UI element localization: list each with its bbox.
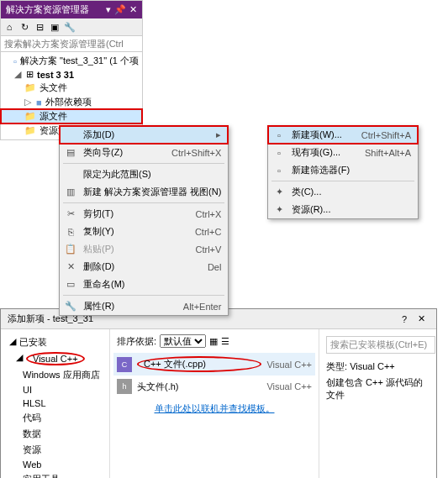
shortcut: Del xyxy=(208,262,222,272)
paste-icon: 📋 xyxy=(65,244,76,255)
description-pane: 搜索已安装模板(Ctrl+E) 类型: Visual C++ 创建包含 C++ … xyxy=(319,329,436,478)
menu-label: 新建筛选器(F) xyxy=(292,164,411,176)
sort-select[interactable]: 默认值 xyxy=(160,334,206,348)
menu-copy[interactable]: ⎘复制(Y)Ctrl+C xyxy=(60,223,228,240)
sort-label: 排序依据: xyxy=(117,335,156,348)
template-lang: Visual C++ xyxy=(266,360,312,370)
refresh-icon[interactable]: ↻ xyxy=(18,20,31,34)
node-label: 头文件 xyxy=(40,81,67,94)
online-link-row: 单击此处以联机并查找模板。 xyxy=(113,397,315,420)
external-node[interactable]: ▷■外部依赖项 xyxy=(1,95,142,109)
collapse-icon[interactable]: ⊟ xyxy=(33,20,46,34)
newitem-icon: ▫ xyxy=(273,130,285,140)
shortcut: Ctrl+Shift+A xyxy=(361,130,411,140)
template-search-input[interactable]: 搜索已安装模板(Ctrl+E) xyxy=(326,336,435,354)
menu-label: 现有项(G)... xyxy=(292,146,348,159)
menu-rename[interactable]: ▭重命名(M) xyxy=(60,276,228,293)
cat-resource[interactable]: 资源 xyxy=(4,442,106,458)
template-cpp-file[interactable]: C C++ 文件(.cpp) Visual C++ xyxy=(113,353,315,376)
cat-ui[interactable]: UI xyxy=(4,383,106,397)
source-files-node[interactable]: 📁源文件 xyxy=(1,109,142,123)
cat-utility[interactable]: 实用工具 xyxy=(4,471,106,478)
find-templates-link[interactable]: 单击此处以联机并查找模板。 xyxy=(155,403,275,413)
h-icon: h xyxy=(117,379,132,394)
ref-icon: ■ xyxy=(36,97,42,108)
cat-code[interactable]: 代码 xyxy=(4,410,106,426)
folder-icon: 📁 xyxy=(24,111,36,122)
project-icon: ⊞ xyxy=(26,69,34,80)
panel-header: 解决方案资源管理器 ▾ 📌 ✕ xyxy=(1,1,142,18)
menu-label: 限定为此范围(S) xyxy=(83,168,221,181)
dropdown-icon[interactable]: ▾ xyxy=(106,4,111,15)
menu-new-filter[interactable]: ▫新建筛选器(F) xyxy=(268,161,418,179)
existing-icon: ▫ xyxy=(273,148,285,158)
category-pane: ◢已安装 ◢Visual C++ Windows 应用商店 UI HLSL 代码… xyxy=(1,329,110,478)
add-new-item-dialog: 添加新项 - test_3_31 ? ✕ ◢已安装 ◢Visual C++ Wi… xyxy=(0,308,437,478)
node-label: 外部依赖项 xyxy=(45,96,92,108)
menu-paste[interactable]: 📋粘贴(P)Ctrl+V xyxy=(60,240,228,258)
search-input[interactable] xyxy=(3,38,140,50)
view-list-icon[interactable]: ☰ xyxy=(221,336,229,347)
wizard-icon: ▤ xyxy=(65,147,76,158)
cpp-icon: C xyxy=(117,357,132,372)
template-header-file[interactable]: h 头文件(.h) Visual C++ xyxy=(113,376,315,397)
cat-label: Visual C++ xyxy=(26,352,85,365)
show-all-icon[interactable]: ▣ xyxy=(48,20,61,34)
menu-new-view[interactable]: ▥新建 解决方案资源管理器 视图(N) xyxy=(60,183,228,201)
shortcut: Ctrl+C xyxy=(195,227,221,237)
type-value: Visual C++ xyxy=(350,361,395,371)
menu-cut[interactable]: ✂剪切(T)Ctrl+X xyxy=(60,205,228,223)
template-label: 头文件(.h) xyxy=(137,381,261,393)
help-button[interactable]: ? xyxy=(396,314,413,324)
home-icon[interactable]: ⌂ xyxy=(3,20,16,34)
class-icon: ✦ xyxy=(273,186,285,197)
menu-new-item[interactable]: ▫新建项(W)...Ctrl+Shift+A xyxy=(268,126,418,144)
cat-visual-cpp-parent[interactable]: ◢Visual C++ xyxy=(4,350,106,367)
menu-label: 复制(Y) xyxy=(83,225,178,238)
close-button[interactable]: ✕ xyxy=(413,313,430,324)
menu-scope[interactable]: 限定为此范围(S) xyxy=(60,165,228,183)
solution-label: 解决方案 "test_3_31" (1 个项 xyxy=(20,55,139,67)
close-icon[interactable]: ✕ xyxy=(129,4,137,15)
template-label: C++ 文件(.cpp) xyxy=(137,356,261,372)
cat-web[interactable]: Web xyxy=(4,458,106,471)
project-node[interactable]: ◢⊞test 3 31 xyxy=(1,68,142,81)
installed-header[interactable]: ◢已安装 xyxy=(4,334,106,350)
separator xyxy=(63,163,224,164)
copy-icon: ⎘ xyxy=(65,227,76,237)
template-lang: Visual C++ xyxy=(266,381,312,391)
solution-node[interactable]: ▫解决方案 "test_3_31" (1 个项 xyxy=(1,54,142,68)
context-menu-add-sub: ▫新建项(W)...Ctrl+Shift+A ▫现有项(G)...Shift+A… xyxy=(267,125,419,219)
menu-label: 重命名(M) xyxy=(83,278,221,291)
pin-icon[interactable]: 📌 xyxy=(114,4,126,15)
headers-node[interactable]: 📁头文件 xyxy=(1,81,142,95)
resource-icon: ✦ xyxy=(273,204,285,215)
menu-properties[interactable]: 🔧属性(R)Alt+Enter xyxy=(60,297,228,315)
menu-label: 新建项(W)... xyxy=(292,129,345,141)
menu-delete[interactable]: ✕删除(D)Del xyxy=(60,258,228,276)
cat-data[interactable]: 数据 xyxy=(4,426,106,442)
cat-windows-store[interactable]: Windows 应用商店 xyxy=(4,367,106,383)
menu-class[interactable]: ✦类(C)... xyxy=(268,183,418,201)
template-pane: 排序依据: 默认值 ▦ ☰ C C++ 文件(.cpp) Visual C++ … xyxy=(110,329,319,478)
rename-icon: ▭ xyxy=(65,279,76,290)
cat-hlsl[interactable]: HLSL xyxy=(4,397,106,410)
menu-label: 属性(R) xyxy=(83,300,166,313)
menu-add[interactable]: 添加(D)▸ xyxy=(60,126,228,144)
menu-label: 类向导(Z) xyxy=(83,146,155,159)
shortcut: Ctrl+Shift+X xyxy=(171,148,221,158)
chevron-down-icon: ◢ xyxy=(16,352,23,365)
properties-icon[interactable]: 🔧 xyxy=(63,20,76,34)
context-menu-main: 添加(D)▸ ▤类向导(Z)Ctrl+Shift+X 限定为此范围(S) ▥新建… xyxy=(59,125,229,316)
view-tiles-icon[interactable]: ▦ xyxy=(209,336,218,347)
folder-icon: 📁 xyxy=(24,82,36,93)
menu-class-wizard[interactable]: ▤类向导(Z)Ctrl+Shift+X xyxy=(60,144,228,161)
type-label: 类型: xyxy=(326,361,347,371)
menu-existing-item[interactable]: ▫现有项(G)...Shift+Alt+A xyxy=(268,144,418,161)
menu-resource[interactable]: ✦资源(R)... xyxy=(268,201,418,218)
search-row xyxy=(1,36,142,52)
panel-toolbar: ⌂ ↻ ⊟ ▣ 🔧 xyxy=(1,18,142,36)
menu-label: 剪切(T) xyxy=(83,207,179,220)
view-icon: ▥ xyxy=(65,186,76,197)
menu-label: 删除(D) xyxy=(83,260,191,273)
